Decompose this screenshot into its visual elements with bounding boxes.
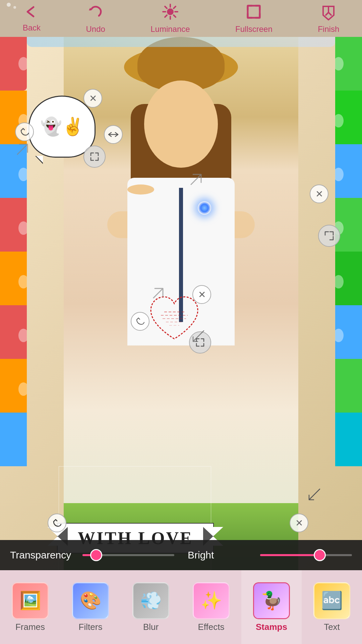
ghost-bubble: 👻✌️ (28, 96, 96, 158)
transparency-thumb[interactable] (90, 549, 102, 561)
blur-label: Blur (143, 622, 159, 632)
puzzle-notch (18, 329, 27, 342)
transparency-group: Transparency (10, 549, 174, 561)
sticker-scale-handle[interactable] (104, 125, 123, 144)
frames-label: Frames (15, 622, 45, 632)
ghost-emoji: 👻✌️ (40, 116, 84, 137)
heart-remove-button[interactable]: ✕ (192, 285, 211, 304)
svg-line-6 (174, 15, 176, 17)
nav-stamps[interactable]: 🦆 Stamps (241, 570, 302, 644)
undo-button[interactable]: Undo (86, 3, 105, 34)
text-icon: 🔤 (321, 590, 343, 611)
finish-button[interactable]: Finish (318, 3, 339, 34)
svg-line-8 (165, 15, 167, 17)
filters-thumb: 🎨 (72, 582, 109, 619)
puzzle-top (27, 37, 335, 47)
filters-icon: 🎨 (80, 590, 102, 611)
bright-fill (260, 554, 320, 556)
filters-label: Filters (79, 622, 103, 632)
nav-filters[interactable]: 🎨 Filters (60, 570, 121, 644)
finish-icon (320, 3, 337, 23)
nav-blur[interactable]: 💨 Blur (121, 570, 181, 644)
sticker-ghost[interactable]: 👻✌️ ✕ (28, 96, 96, 158)
puzzle-notch (18, 168, 27, 181)
puzzle-notch (18, 221, 27, 235)
effects-thumb: ✨ (193, 582, 230, 619)
svg-line-7 (174, 6, 176, 8)
banner-rotate-button[interactable] (48, 514, 66, 532)
stamps-thumb: 🦆 (253, 582, 290, 619)
decor-dot (7, 3, 11, 7)
effects-icon: ✨ (200, 590, 222, 611)
puzzle-notch (18, 57, 27, 70)
bright-label: Bright (188, 549, 255, 561)
undo-icon (87, 3, 104, 23)
fullscreen-button[interactable]: Fullscreen (235, 3, 273, 34)
bright-thumb[interactable] (314, 549, 326, 561)
bright-group: Bright (188, 549, 352, 561)
stamps-label: Stamps (256, 622, 287, 632)
frames-icon: 🖼️ (19, 590, 41, 611)
luminance-button[interactable]: Luminance (150, 3, 190, 34)
shoulder (127, 184, 154, 195)
banner-remove-button[interactable]: ✕ (290, 514, 308, 532)
canvas-area[interactable]: 👻✌️ ✕ (0, 37, 362, 570)
sticker2-remove-button[interactable]: ✕ (310, 184, 328, 203)
transparency-slider[interactable] (82, 554, 174, 556)
top-toolbar: Back Undo Luminance (0, 0, 362, 37)
stamps-icon: 🦆 (261, 590, 283, 611)
text-thumb: 🔤 (313, 582, 350, 619)
heart-scale-icon (191, 329, 206, 345)
sticker-rotate-button[interactable] (15, 122, 34, 141)
text-label: Text (324, 622, 340, 632)
puzzle-notch (18, 275, 27, 288)
decor-dot (13, 6, 16, 9)
bottom-navigation: 🖼️ Frames 🎨 Filters 💨 Blur ✨ Effects 🦆 S… (0, 570, 362, 644)
sticker-resize-button[interactable] (83, 146, 106, 168)
frames-thumb: 🖼️ (12, 582, 49, 619)
fullscreen-icon (245, 3, 262, 23)
puzzle-piece (0, 413, 27, 466)
puzzle-notch (18, 382, 27, 396)
nav-text[interactable]: 🔤 Text (302, 570, 362, 644)
sticker-remove-button[interactable]: ✕ (83, 89, 102, 108)
heart-control-icon (150, 285, 166, 303)
send-icon-1 (14, 141, 31, 159)
back-icon (24, 4, 39, 22)
puzzle-piece (335, 359, 362, 413)
adjustment-controls: Transparency Bright (0, 540, 362, 570)
svg-line-5 (165, 6, 167, 8)
banner-scale-icon (307, 487, 322, 503)
blur-thumb: 💨 (132, 582, 169, 619)
back-button[interactable]: Back (23, 4, 41, 33)
luminance-icon (162, 3, 179, 23)
heart-rotate-button[interactable] (131, 312, 149, 331)
bright-slider[interactable] (260, 554, 352, 556)
sparkle-effect (198, 201, 211, 215)
blur-icon: 💨 (140, 590, 162, 611)
svg-point-0 (167, 8, 174, 15)
puzzle-piece (335, 413, 362, 466)
transparency-label: Transparency (10, 549, 77, 561)
effects-label: Effects (198, 622, 224, 632)
nav-frames[interactable]: 🖼️ Frames (0, 570, 60, 644)
puzzle-piece-top (27, 37, 335, 47)
sticker2-resize-button[interactable] (318, 225, 340, 247)
nav-effects[interactable]: ✨ Effects (181, 570, 241, 644)
face (144, 80, 218, 168)
send-icon-2 (188, 171, 204, 189)
svg-rect-9 (248, 6, 260, 18)
puzzle-left (0, 37, 27, 570)
puzzle-right (335, 37, 362, 570)
